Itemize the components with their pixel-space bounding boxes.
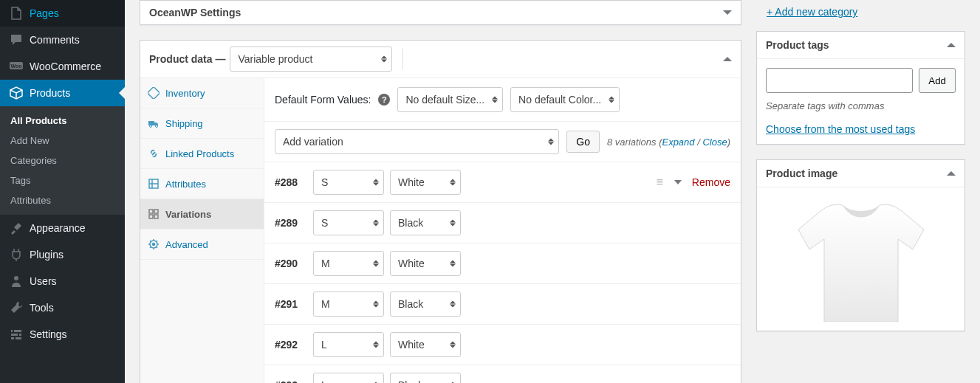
product-data-label: Product data — — [149, 53, 225, 65]
sidebar-item-comments[interactable]: Comments — [0, 27, 125, 53]
settings-icon — [9, 327, 24, 342]
default-form-values-label: Default Form Values: — [275, 94, 371, 106]
variation-size-select[interactable]: S — [313, 170, 384, 195]
product-data-tabs: Inventory Shipping Linked Products Attri… — [140, 78, 264, 383]
chevron-down-icon[interactable] — [674, 180, 682, 184]
comments-icon — [9, 32, 24, 47]
sidebar-item-products[interactable]: Products — [0, 80, 125, 106]
tab-variations[interactable]: Variations — [140, 199, 264, 230]
submenu-attributes[interactable]: Attributes — [0, 190, 125, 210]
panel-toggle-icon[interactable] — [947, 43, 956, 47]
variations-list: #288SWhite≡Remove#289SBlack#290MWhite#29… — [264, 162, 741, 383]
variation-color-select[interactable]: Black — [390, 210, 461, 235]
add-variation-select[interactable]: Add variation — [275, 129, 559, 154]
products-submenu: All Products Add New Categories Tags Att… — [0, 106, 125, 215]
sidebar-item-users[interactable]: Users — [0, 268, 125, 294]
svg-rect-17 — [154, 215, 158, 218]
pages-icon — [9, 6, 24, 21]
users-icon — [9, 274, 24, 289]
submenu-all-products[interactable]: All Products — [0, 111, 125, 131]
sidebar-item-tools[interactable]: Tools — [0, 294, 125, 321]
expand-link[interactable]: Expand — [662, 137, 694, 148]
svg-point-11 — [150, 125, 152, 128]
add-tag-button[interactable]: Add — [919, 68, 956, 93]
svg-rect-5 — [11, 337, 21, 339]
attributes-icon — [148, 178, 160, 190]
sidebar-label: Plugins — [30, 249, 64, 260]
variation-row[interactable]: #291MBlack — [264, 283, 741, 324]
tab-inventory[interactable]: Inventory — [140, 78, 264, 108]
variation-color-select[interactable]: White — [390, 170, 461, 195]
tab-advanced[interactable]: Advanced — [140, 230, 264, 260]
variation-id: #290 — [275, 258, 307, 269]
tags-hint: Separate tags with commas — [766, 100, 956, 111]
panel-toggle-icon[interactable] — [723, 57, 732, 61]
tab-linked-products[interactable]: Linked Products — [140, 139, 264, 169]
variation-color-select[interactable]: White — [390, 251, 461, 276]
remove-variation-link[interactable]: Remove — [692, 176, 730, 188]
svg-rect-8 — [14, 337, 16, 340]
product-image-panel: Product image — [756, 159, 965, 331]
go-button[interactable]: Go — [566, 131, 600, 153]
variation-size-select[interactable]: L — [313, 373, 384, 383]
close-link[interactable]: Close — [702, 137, 727, 148]
help-icon[interactable]: ? — [378, 94, 390, 106]
product-image[interactable] — [776, 196, 946, 322]
variation-size-select[interactable]: M — [313, 251, 384, 276]
submenu-tags[interactable]: Tags — [0, 170, 125, 190]
drag-handle-icon[interactable]: ≡ — [657, 176, 664, 189]
product-categories-panel: + Add new category — [756, 0, 965, 31]
variation-row[interactable]: #293LBlack — [264, 365, 741, 383]
variation-row[interactable]: #290MWhite — [264, 243, 741, 283]
tab-attributes[interactable]: Attributes — [140, 169, 264, 199]
add-new-category-link[interactable]: + Add new category — [756, 0, 857, 31]
variation-color-select[interactable]: Black — [390, 373, 461, 383]
svg-rect-10 — [148, 121, 154, 125]
appearance-icon — [9, 221, 24, 235]
choose-tags-link[interactable]: Choose from the most used tags — [766, 123, 915, 135]
variation-row[interactable]: #289SBlack — [264, 202, 741, 243]
sidebar-label: Pages — [30, 7, 59, 19]
panel-toggle-icon[interactable] — [947, 171, 956, 176]
variation-id: #288 — [275, 176, 307, 188]
sidebar-label: Settings — [30, 328, 67, 340]
variation-size-select[interactable]: M — [313, 291, 384, 317]
default-color-select[interactable]: No default Color... — [510, 87, 620, 112]
svg-text:Woo: Woo — [10, 63, 21, 69]
default-size-select[interactable]: No default Size... — [397, 87, 503, 112]
sidebar-item-settings[interactable]: Settings — [0, 321, 125, 348]
sidebar-label: Tools — [30, 302, 54, 314]
submenu-categories[interactable]: Categories — [0, 151, 125, 170]
svg-point-2 — [14, 276, 18, 280]
sidebar-item-appearance[interactable]: Appearance — [0, 215, 125, 241]
svg-rect-15 — [154, 210, 158, 213]
sidebar-label: Comments — [30, 34, 80, 46]
variation-row[interactable]: #288SWhite≡Remove — [264, 162, 741, 202]
svg-rect-7 — [18, 333, 19, 337]
sidebar-item-plugins[interactable]: Plugins — [0, 241, 125, 268]
tag-input[interactable] — [766, 68, 913, 93]
link-icon — [148, 148, 160, 159]
variation-color-select[interactable]: White — [390, 332, 461, 357]
svg-rect-6 — [13, 329, 14, 333]
variation-size-select[interactable]: L — [313, 332, 384, 357]
admin-sidebar: Pages Comments Woo WooCommerce Products … — [0, 0, 125, 383]
inventory-icon — [148, 87, 160, 99]
sidebar-item-woocommerce[interactable]: Woo WooCommerce — [0, 53, 125, 80]
variation-color-select[interactable]: Black — [390, 291, 461, 317]
sidebar-item-pages[interactable]: Pages — [0, 0, 125, 27]
panel-toggle-icon[interactable] — [723, 10, 732, 15]
variation-id: #293 — [275, 379, 307, 383]
main-content: OceanWP Settings Product data — Variable… — [125, 0, 980, 383]
product-type-select[interactable]: Variable product — [230, 46, 392, 72]
svg-rect-16 — [149, 215, 153, 218]
svg-rect-4 — [11, 334, 21, 336]
variation-row[interactable]: #292LWhite — [264, 324, 741, 365]
sidebar-label: Appearance — [30, 222, 86, 234]
woocommerce-icon: Woo — [9, 59, 24, 74]
variation-size-select[interactable]: S — [313, 210, 384, 235]
plugins-icon — [9, 247, 24, 262]
oceanwp-title: OceanWP Settings — [149, 7, 241, 18]
submenu-add-new[interactable]: Add New — [0, 131, 125, 151]
tab-shipping[interactable]: Shipping — [140, 108, 264, 139]
